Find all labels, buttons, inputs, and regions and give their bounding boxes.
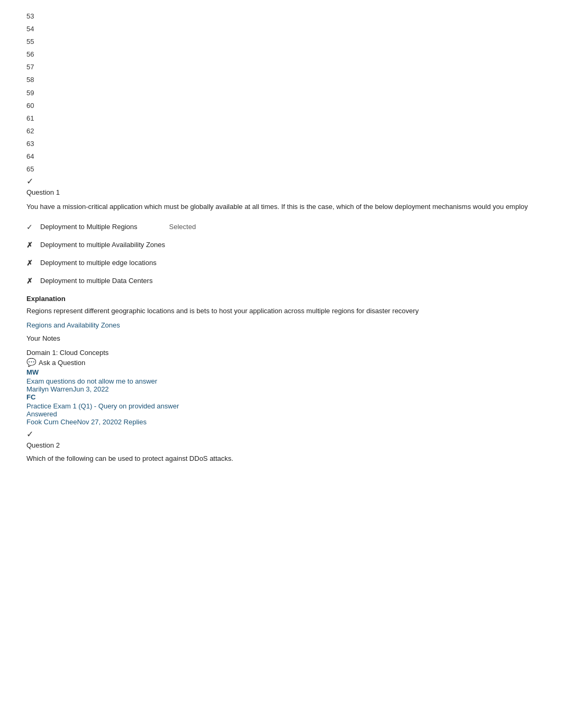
answer-text-2: Deployment to multiple Availability Zone… [40,241,165,249]
regions-link[interactable]: Regions and Availability Zones [26,321,120,329]
explanation-text: Regions represent different geographic l… [26,306,536,316]
line-number-53: 53 [26,11,536,22]
answer-option-4[interactable]: ✗ Deployment to multiple Data Centers [26,277,536,285]
answer-text-1: Deployment to Multiple Regions [40,223,138,231]
fc-answered: Answered [26,410,57,418]
answer-text-4: Deployment to multiple Data Centers [40,277,152,285]
fc-initials: FC [26,393,35,401]
line-number-61: 61 [26,113,536,124]
your-notes-label: Your Notes [26,334,536,342]
line-number-56: 56 [26,49,536,60]
fc-author: Fook Curn Chee [26,418,77,426]
mw-initials: MW [26,368,39,376]
fc-comment-link-row[interactable]: Practice Exam 1 (Q1) - Query on provided… [26,402,536,410]
chat-icon: 💬 [26,358,37,367]
checkmark-icon-q2: ✓ [26,429,536,439]
comment-mw: MW [26,368,536,376]
domain-label: Domain 1: Cloud Concepts [26,349,536,357]
line-numbers: 53 54 55 56 57 58 59 60 61 62 63 64 65 ✓ [26,11,536,186]
answer-options: ✓ Deployment to Multiple Regions Selecte… [26,223,536,285]
fc-comment-link[interactable]: Practice Exam 1 (Q1) - Query on provided… [26,402,179,410]
answer-option-1[interactable]: ✓ Deployment to Multiple Regions Selecte… [26,223,536,231]
line-number-63: 63 [26,138,536,150]
ask-question-row[interactable]: 💬 Ask a Question [26,358,536,367]
answer-option-3[interactable]: ✗ Deployment to multiple edge locations [26,259,536,267]
line-number-58: 58 [26,74,536,86]
mw-date: Jun 3, 2022 [73,385,109,393]
line-number-65: 65 [26,163,536,175]
line-number-57: 57 [26,61,536,73]
question-1-text: You have a mission-critical application … [26,202,536,212]
selected-badge-1: Selected [169,223,196,231]
line-number-54: 54 [26,23,536,35]
fc-replies: 2 Replies [118,418,147,426]
mw-author: Marilyn Warren [26,385,73,393]
x-icon-4: ✗ [26,277,36,285]
question-1-label: Question 1 [26,188,536,196]
question-2-label: Question 2 [26,441,536,449]
mw-comment-link-row[interactable]: Exam questions do not allow me to answer [26,377,536,385]
mw-author-date: Marilyn WarrenJun 3, 2022 [26,385,536,393]
question-2-text: Which of the following can be used to pr… [26,453,536,464]
line-number-62: 62 [26,125,536,137]
explanation-section: Explanation Regions represent different … [26,295,536,330]
fc-date: Nov 27, 2020 [77,418,117,426]
answer-text-3: Deployment to multiple edge locations [40,259,157,267]
line-number-55: 55 [26,36,536,48]
answer-option-2[interactable]: ✗ Deployment to multiple Availability Zo… [26,241,536,249]
line-number-59: 59 [26,87,536,99]
explanation-heading: Explanation [26,295,536,303]
checkmark-icon-q1: ✓ [26,176,536,186]
check-icon-1: ✓ [26,223,36,231]
ask-question-text: Ask a Question [39,359,85,367]
fc-status: Answered [26,410,536,418]
fc-author-date-replies: Fook Curn CheeNov 27, 20202 Replies [26,418,536,426]
comment-fc: FC [26,393,536,401]
line-number-64: 64 [26,151,536,162]
line-number-60: 60 [26,100,536,112]
x-icon-2: ✗ [26,241,36,249]
x-icon-3: ✗ [26,259,36,267]
mw-comment-link[interactable]: Exam questions do not allow me to answer [26,377,157,385]
